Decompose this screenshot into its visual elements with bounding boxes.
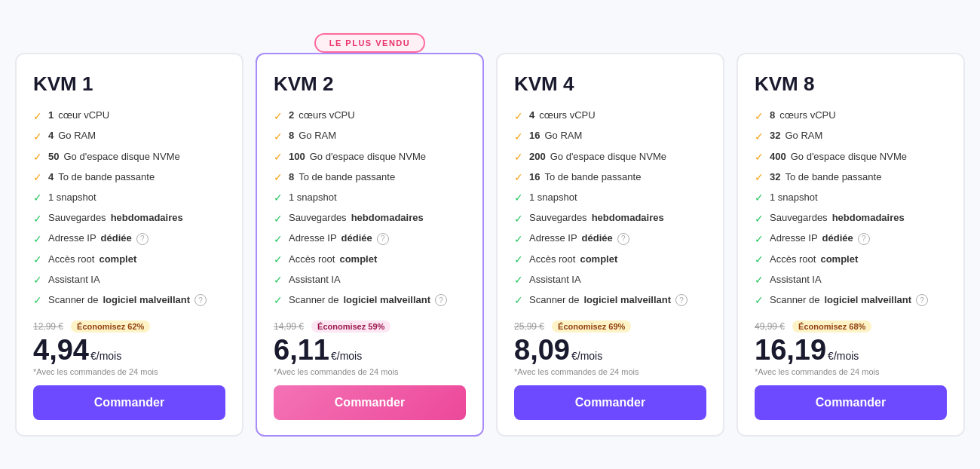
pricing-section-kvm1: 12,99 €Économisez 62%4,94€/mois*Avec les… <box>33 320 225 376</box>
feature-item: ✓4 To de bande passante <box>33 170 225 184</box>
price-original-row: 49,99 €Économisez 68% <box>755 320 947 333</box>
feature-text: Sauvegardes hebdomadaires <box>770 212 947 225</box>
info-icon[interactable]: ? <box>194 294 207 306</box>
check-icon: ✓ <box>274 109 283 123</box>
feature-text: 1 cœur vCPU <box>48 109 225 122</box>
info-icon[interactable]: ? <box>617 233 629 245</box>
feature-text: 2 cœurs vCPU <box>289 109 466 122</box>
feature-text: 16 Go RAM <box>529 130 706 143</box>
price-main: 6,11 <box>274 336 329 364</box>
price-note: *Avec les commandes de 24 mois <box>514 367 706 376</box>
feature-item: ✓400 Go d'espace disque NVMe <box>755 150 947 164</box>
check-icon: ✓ <box>274 130 283 143</box>
feature-text: 4 Go RAM <box>48 130 225 143</box>
check-icon: ✓ <box>755 253 764 266</box>
feature-item: ✓1 snapshot <box>33 191 225 204</box>
feature-text: 1 snapshot <box>289 192 466 204</box>
feature-item: ✓Assistant IA <box>514 273 706 287</box>
price-main: 16,19 <box>755 336 826 364</box>
info-icon[interactable]: ? <box>858 233 870 245</box>
plan-card-kvm2: KVM 2✓2 cœurs vCPU✓8 Go RAM✓100 Go d'esp… <box>256 53 484 437</box>
price-note: *Avec les commandes de 24 mois <box>755 367 947 376</box>
feature-item: ✓Adresse IP dédiée? <box>514 232 706 246</box>
feature-text: 1 snapshot <box>770 192 947 204</box>
check-icon: ✓ <box>274 170 283 184</box>
check-icon: ✓ <box>274 150 283 164</box>
feature-text: Adresse IP dédiée? <box>770 232 947 245</box>
feature-item: ✓Assistant IA <box>33 273 225 287</box>
price-row: 8,09€/mois <box>514 336 706 364</box>
price-row: 6,11€/mois <box>274 336 466 364</box>
info-icon[interactable]: ? <box>675 294 688 306</box>
cta-button-kvm4[interactable]: Commander <box>514 385 706 420</box>
check-icon: ✓ <box>274 232 283 246</box>
feature-item: ✓Accès root complet <box>514 253 706 266</box>
cta-button-kvm8[interactable]: Commander <box>755 385 947 420</box>
price-main: 8,09 <box>514 336 570 364</box>
feature-text: Adresse IP dédiée? <box>289 232 466 245</box>
pricing-section-kvm8: 49,99 €Économisez 68%16,19€/mois*Avec le… <box>755 320 947 376</box>
check-icon: ✓ <box>514 293 523 307</box>
check-icon: ✓ <box>755 293 764 307</box>
feature-item: ✓Accès root complet <box>274 253 466 266</box>
feature-item: ✓Sauvegardes hebdomadaires <box>33 212 225 225</box>
feature-text: Assistant IA <box>48 274 225 287</box>
discount-badge: Économisez 69% <box>552 320 631 333</box>
check-icon: ✓ <box>755 109 764 123</box>
check-icon: ✓ <box>33 212 42 225</box>
price-main: 4,94 <box>33 336 89 364</box>
price-unit: €/mois <box>90 350 121 362</box>
check-icon: ✓ <box>514 232 523 246</box>
check-icon: ✓ <box>33 109 42 123</box>
feature-text: Sauvegardes hebdomadaires <box>529 212 706 225</box>
feature-text: Scanner de logiciel malveillant? <box>289 294 466 307</box>
check-icon: ✓ <box>274 212 283 225</box>
check-icon: ✓ <box>33 253 42 266</box>
original-price: 14,99 € <box>274 321 304 332</box>
price-note: *Avec les commandes de 24 mois <box>33 367 225 376</box>
check-icon: ✓ <box>514 212 523 225</box>
feature-item: ✓Sauvegardes hebdomadaires <box>755 212 947 225</box>
info-icon[interactable]: ? <box>377 233 389 245</box>
info-icon[interactable]: ? <box>916 294 928 306</box>
feature-item: ✓8 To de bande passante <box>274 170 466 184</box>
cta-button-kvm1[interactable]: Commander <box>33 385 225 420</box>
price-row: 16,19€/mois <box>755 336 947 364</box>
plan-wrapper-kvm4: KVM 4✓4 cœurs vCPU✓16 Go RAM✓200 Go d'es… <box>496 32 724 437</box>
check-icon: ✓ <box>274 293 283 307</box>
pricing-section-kvm4: 25,99 €Économisez 69%8,09€/mois*Avec les… <box>514 320 706 376</box>
price-unit: €/mois <box>571 350 602 362</box>
check-icon: ✓ <box>274 253 283 266</box>
feature-text: Accès root complet <box>48 253 225 266</box>
feature-text: 32 To de bande passante <box>770 171 947 184</box>
badge-container-kvm2: LE PLUS VENDU <box>314 32 426 54</box>
feature-text: Assistant IA <box>289 274 466 287</box>
cta-button-kvm2[interactable]: Commander <box>274 385 466 420</box>
feature-text: Scanner de logiciel malveillant? <box>770 294 947 307</box>
plan-wrapper-kvm8: KVM 8✓8 cœurs vCPU✓32 Go RAM✓400 Go d'es… <box>737 32 965 437</box>
feature-item: ✓Accès root complet <box>755 253 947 266</box>
check-icon: ✓ <box>755 212 764 225</box>
feature-text: 4 To de bande passante <box>48 171 225 184</box>
info-icon[interactable]: ? <box>435 294 447 306</box>
feature-item: ✓16 Go RAM <box>514 130 706 143</box>
original-price: 25,99 € <box>514 321 544 332</box>
feature-text: 8 Go RAM <box>289 130 466 143</box>
feature-item: ✓Scanner de logiciel malveillant? <box>755 293 947 307</box>
feature-text: Adresse IP dédiée? <box>48 232 225 245</box>
feature-item: ✓Scanner de logiciel malveillant? <box>33 293 225 307</box>
check-icon: ✓ <box>33 170 42 184</box>
price-unit: €/mois <box>828 350 859 362</box>
feature-item: ✓1 snapshot <box>514 191 706 204</box>
feature-text: 4 cœurs vCPU <box>529 109 706 122</box>
badge-kvm2: LE PLUS VENDU <box>314 33 426 53</box>
plan-card-kvm8: KVM 8✓8 cœurs vCPU✓32 Go RAM✓400 Go d'es… <box>737 53 965 437</box>
discount-badge: Économisez 62% <box>71 320 150 333</box>
check-icon: ✓ <box>514 170 523 184</box>
info-icon[interactable]: ? <box>136 233 149 245</box>
check-icon: ✓ <box>274 191 283 204</box>
feature-item: ✓200 Go d'espace disque NVMe <box>514 150 706 164</box>
feature-item: ✓4 Go RAM <box>33 130 225 143</box>
discount-badge: Économisez 59% <box>311 320 390 333</box>
check-icon: ✓ <box>514 253 523 266</box>
